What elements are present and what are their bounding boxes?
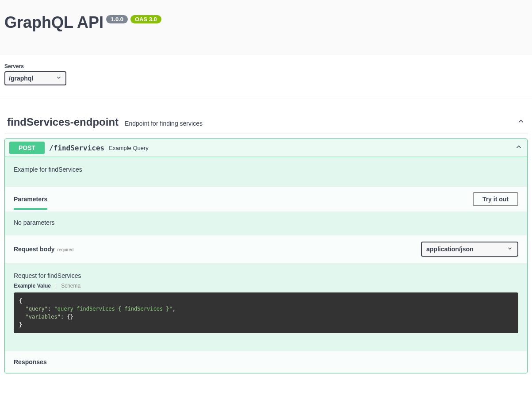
header-section: GraphQL API 1.0.0 OAS 3.0: [0, 0, 532, 54]
request-body-description: Request for findServices: [5, 263, 527, 283]
parameters-bar: Parameters Try it out: [5, 186, 527, 212]
operation-description: Example for findServices: [5, 157, 527, 186]
tab-separator: |: [55, 283, 57, 289]
tag-description: Endpoint for finding services: [125, 120, 203, 127]
example-value-tab[interactable]: Example Value: [14, 283, 51, 289]
content-type-value: application/json: [426, 246, 474, 253]
request-body-label: Request body: [14, 246, 55, 253]
servers-label: Servers: [4, 63, 528, 69]
chevron-up-icon: [517, 117, 525, 127]
no-parameters-text: No parameters: [5, 212, 527, 235]
chevron-down-icon: [56, 75, 62, 82]
operation-block: POST /findServices Example Query Example…: [4, 138, 528, 373]
parameters-tab[interactable]: Parameters: [14, 196, 47, 210]
chevron-up-icon: [515, 143, 523, 153]
servers-select[interactable]: /graphql: [4, 71, 66, 85]
example-code-block: { "query": "query findServices { findSer…: [14, 292, 518, 333]
api-title: GraphQL API: [4, 13, 103, 32]
schema-tab[interactable]: Schema: [61, 283, 80, 289]
http-method-badge: POST: [9, 142, 45, 154]
operation-body: Example for findServices Parameters Try …: [5, 157, 527, 373]
tag-name: findServices-endpoint: [7, 116, 119, 128]
operation-path: /findServices: [49, 144, 104, 152]
content-type-select[interactable]: application/json: [421, 242, 518, 257]
tag-header[interactable]: findServices-endpoint Endpoint for findi…: [4, 108, 528, 134]
version-badge: 1.0.0: [106, 15, 128, 23]
responses-label: Responses: [5, 351, 527, 373]
operation-summary-text: Example Query: [109, 145, 149, 151]
chevron-down-icon: [507, 246, 513, 253]
servers-select-value: /graphql: [9, 75, 33, 82]
model-tabs: Example Value | Schema: [5, 283, 527, 292]
try-it-out-button[interactable]: Try it out: [473, 192, 518, 206]
main-content: findServices-endpoint Endpoint for findi…: [0, 99, 532, 382]
request-body-required: required: [57, 247, 74, 252]
request-body-bar: Request body required application/json: [5, 235, 527, 263]
servers-section: Servers /graphql: [0, 54, 532, 99]
operation-summary[interactable]: POST /findServices Example Query: [5, 139, 527, 157]
oas-badge: OAS 3.0: [130, 15, 161, 23]
